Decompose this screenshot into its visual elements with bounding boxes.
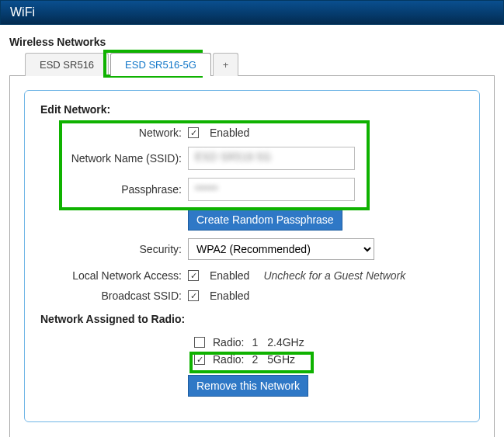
label-passphrase: Passphrase: bbox=[40, 183, 188, 196]
passphrase-value: •••••• bbox=[195, 182, 217, 194]
checkbox-broadcast-ssid[interactable]: ✓ bbox=[188, 290, 199, 301]
ssid-value: ESD SR516 5G bbox=[195, 151, 271, 163]
passphrase-input[interactable]: •••••• bbox=[188, 178, 355, 201]
tab-esd-sr516[interactable]: ESD SR516 bbox=[25, 53, 109, 76]
tab-label: ESD SR516-5G bbox=[125, 59, 196, 71]
row-remove: Remove this Network bbox=[40, 375, 464, 397]
radio-number: 1 bbox=[252, 336, 258, 349]
wireless-networks-heading: Wireless Networks bbox=[9, 36, 498, 48]
row-lna: Local Network Access: ✓ Enabled Uncheck … bbox=[40, 269, 464, 282]
page-title: WiFi bbox=[10, 5, 35, 19]
label-broadcast-ssid: Broadcast SSID: bbox=[40, 290, 188, 302]
network-assigned-radio-heading: Network Assigned to Radio: bbox=[40, 313, 464, 325]
label-security: Security: bbox=[40, 243, 188, 255]
create-random-passphrase-button[interactable]: Create Random Passphrase bbox=[188, 209, 342, 231]
tab-esd-sr516-5g[interactable]: ESD SR516-5G bbox=[110, 53, 211, 76]
radio-prefix: Radio: bbox=[213, 336, 244, 349]
row-security: Security: WPA2 (Recommended) bbox=[40, 238, 464, 260]
panel-inner: Edit Network: Network: ✓ Enabled Network… bbox=[24, 90, 480, 422]
checkbox-radio-2[interactable]: ✓ bbox=[194, 354, 205, 365]
ssid-input[interactable]: ESD SR516 5G bbox=[188, 147, 355, 170]
label-local-network-access: Local Network Access: bbox=[40, 269, 188, 282]
checkbox-label: Enabled bbox=[210, 290, 249, 302]
row-ssid: Network Name (SSID): ESD SR516 5G bbox=[40, 147, 464, 170]
row-bssid: Broadcast SSID: ✓ Enabled bbox=[40, 290, 464, 302]
label-ssid: Network Name (SSID): bbox=[40, 152, 188, 165]
checkbox-network-enabled[interactable]: ✓ bbox=[188, 127, 199, 138]
row-random-pass: Create Random Passphrase bbox=[40, 209, 464, 231]
page-title-bar: WiFi bbox=[0, 0, 504, 25]
label-network: Network: bbox=[40, 127, 188, 139]
radio-band: 2.4GHz bbox=[267, 336, 304, 349]
radio-number: 2 bbox=[252, 353, 258, 366]
radio-row-2: ✓ Radio: 2 5GHz bbox=[194, 353, 464, 366]
lna-hint: Uncheck for a Guest Network bbox=[263, 269, 405, 282]
row-network: Network: ✓ Enabled bbox=[40, 127, 464, 139]
radio-band: 5GHz bbox=[267, 353, 295, 366]
tab-row: ESD SR516 ESD SR516-5G + bbox=[25, 53, 498, 76]
checkbox-local-network-access[interactable]: ✓ bbox=[188, 270, 199, 281]
edit-network-form: Network: ✓ Enabled Network Name (SSID): … bbox=[40, 127, 464, 397]
checkbox-label: Enabled bbox=[210, 269, 249, 282]
checkbox-radio-1[interactable] bbox=[194, 337, 205, 348]
tab-add-network[interactable]: + bbox=[213, 53, 239, 76]
edit-network-heading: Edit Network: bbox=[40, 103, 464, 116]
remove-network-button[interactable]: Remove this Network bbox=[188, 375, 308, 397]
panel-outer: Edit Network: Network: ✓ Enabled Network… bbox=[9, 75, 495, 437]
security-select[interactable]: WPA2 (Recommended) bbox=[188, 238, 374, 260]
checkbox-label: Enabled bbox=[210, 127, 249, 139]
plus-icon: + bbox=[223, 59, 229, 71]
tab-label: ESD SR516 bbox=[40, 59, 94, 71]
row-passphrase: Passphrase: •••••• bbox=[40, 178, 464, 201]
radio-prefix: Radio: bbox=[213, 353, 244, 366]
radio-row-1: Radio: 1 2.4GHz bbox=[194, 336, 464, 349]
content-area: Wireless Networks ESD SR516 ESD SR516-5G… bbox=[0, 25, 504, 437]
radio-list: Radio: 1 2.4GHz ✓ Radio: 2 5GHz bbox=[194, 336, 464, 366]
